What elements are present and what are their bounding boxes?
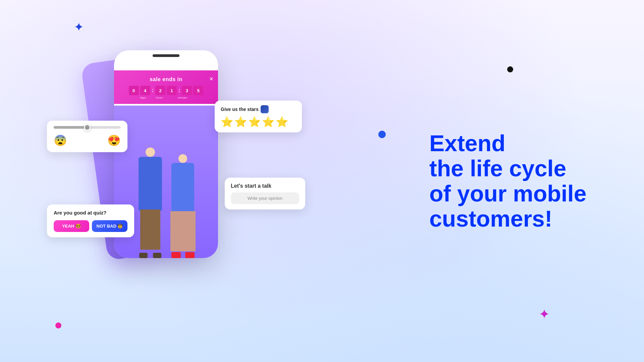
quiz-buttons: YEAH 🤓 NOT BAD 🤠 <box>54 220 127 232</box>
slider-thumb[interactable] <box>84 124 91 131</box>
countdown-colon-2: : <box>178 87 180 94</box>
quiz-card: Are you good at quiz? YEAH 🤓 NOT BAD 🤠 <box>47 204 134 237</box>
stars-row: ⭐ ⭐ ⭐ ⭐ ⭐ <box>221 116 296 128</box>
star-4[interactable]: ⭐ <box>262 116 274 128</box>
star-1[interactable]: ⭐ <box>221 116 233 128</box>
headline: Extend the life cycle of your mobile cus… <box>429 131 610 231</box>
sale-title: sale ends in <box>119 76 213 82</box>
countdown-min-tens: 2 <box>155 86 165 95</box>
quiz-question: Are you good at quiz? <box>54 210 127 216</box>
label-minutes: minutes <box>171 96 194 99</box>
emoji-sad: 😨 <box>54 134 67 147</box>
star-card-title: Give us the stars <box>221 105 296 113</box>
headline-line4: customers! <box>429 206 552 231</box>
quiz-notbad-button[interactable]: NOT BAD 🤠 <box>92 220 127 232</box>
star-rating-card: Give us the stars ⭐ ⭐ ⭐ ⭐ ⭐ <box>215 101 302 132</box>
phone-area: × sale ends in 0 4 : 2 1 : 3 5 days hour… <box>20 30 322 332</box>
countdown-min-ones: 1 <box>167 86 177 95</box>
countdown-colon-1: : <box>152 87 154 94</box>
app-icon <box>261 105 269 113</box>
countdown-labels: days hours minutes <box>119 96 213 99</box>
sale-countdown-card: × sale ends in 0 4 : 2 1 : 3 5 days hour… <box>114 70 218 104</box>
talk-title: Let's start a talk <box>231 183 299 189</box>
star-3[interactable]: ⭐ <box>248 116 261 128</box>
main-layout: × sale ends in 0 4 : 2 1 : 3 5 days hour… <box>0 0 644 362</box>
right-content: Extend the life cycle of your mobile cus… <box>416 111 644 251</box>
close-button[interactable]: × <box>209 75 213 83</box>
countdown-row: 0 4 : 2 1 : 3 5 <box>119 86 213 95</box>
quiz-yeah-button[interactable]: YEAH 🤓 <box>54 220 89 232</box>
headline-line1: Extend <box>429 130 505 156</box>
countdown-days: 0 <box>129 86 139 95</box>
countdown-sec-tens: 3 <box>182 86 192 95</box>
star-5[interactable]: ⭐ <box>276 116 288 128</box>
phone-notch <box>153 54 179 57</box>
label-hours: hours <box>149 96 169 99</box>
slider-track[interactable] <box>54 126 121 129</box>
star-card-title-text: Give us the stars <box>221 107 259 112</box>
label-days: days <box>138 96 148 99</box>
slider-card: 😨 😍 <box>47 121 127 152</box>
emoji-love: 😍 <box>107 134 121 147</box>
headline-line3: of your mobile <box>429 181 586 206</box>
talk-card: Let's start a talk Write your opinion <box>225 178 305 209</box>
headline-line2: the life cycle <box>429 156 566 181</box>
countdown-sec-ones: 5 <box>193 86 203 95</box>
talk-input[interactable]: Write your opinion <box>231 192 299 204</box>
countdown-hours: 4 <box>140 86 150 95</box>
emoji-row: 😨 😍 <box>54 134 121 147</box>
star-2[interactable]: ⭐ <box>234 116 247 128</box>
